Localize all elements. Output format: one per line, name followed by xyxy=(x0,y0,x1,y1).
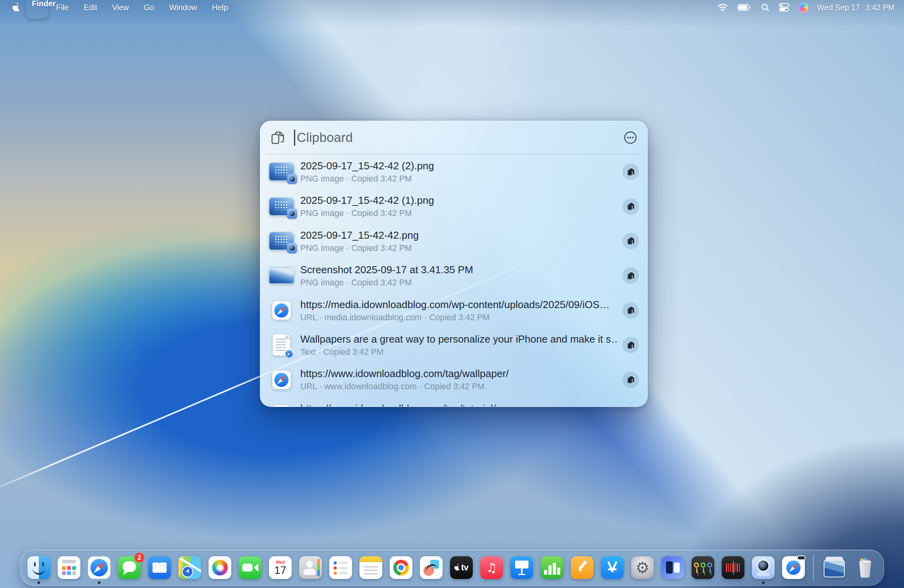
copy-button[interactable] xyxy=(623,233,639,249)
screenshot-thumbnail-icon xyxy=(269,232,294,250)
clipboard-item-url-media[interactable]: https://media.idownloadblog.com/wp-conte… xyxy=(260,293,647,328)
menu-item-edit[interactable]: Edit xyxy=(76,0,104,15)
dock-safari-web-app-icon[interactable] xyxy=(782,556,805,579)
dock-contacts-icon[interactable] xyxy=(299,556,322,579)
dock-mail-icon[interactable] xyxy=(148,556,171,579)
copy-button[interactable] xyxy=(623,267,639,284)
dock-app-store-icon[interactable] xyxy=(601,556,624,579)
clipboard-item-text[interactable]: Wallpapers are a great way to personaliz… xyxy=(260,328,647,362)
menubar-date[interactable]: Wed Sep 17 xyxy=(817,3,860,12)
clipboard-copy-icon xyxy=(270,130,285,145)
copy-button[interactable] xyxy=(623,337,639,353)
copy-button[interactable] xyxy=(623,406,639,407)
menu-bar-left: Finder File Edit View Go Window Help xyxy=(9,0,236,19)
dock-reminders-icon[interactable] xyxy=(329,556,352,579)
item-subtitle: URL · www.idownloadblog.com · Copied 3:4… xyxy=(300,381,617,392)
dock-apps-launcher-icon[interactable] xyxy=(58,556,80,579)
copy-button[interactable] xyxy=(623,372,639,388)
dock-notes-icon[interactable] xyxy=(359,556,382,579)
clipboard-item-png-2[interactable]: 2025-09-17_15-42-42 (2).png PNG image · … xyxy=(260,154,647,189)
dock-apple-tv-icon[interactable]: tv xyxy=(450,556,473,579)
dock-keynote-icon[interactable] xyxy=(510,556,533,579)
dock-iphone-mirroring-icon[interactable] xyxy=(661,556,684,579)
stack-front-thumbnail xyxy=(824,560,845,577)
item-title: 2025-09-17_15-42-42 (2).png xyxy=(300,160,617,172)
dock-clipboard-utility-icon[interactable] xyxy=(752,556,775,579)
app-store-crossbar xyxy=(608,568,617,570)
dock-separator xyxy=(813,555,814,580)
clipboard-item-png-1[interactable]: 2025-09-17_15-42-42 (1).png PNG image · … xyxy=(260,189,647,223)
apple-menu-icon[interactable] xyxy=(13,2,20,12)
safari-icon xyxy=(272,370,291,389)
dock-messages-icon[interactable]: 2 xyxy=(118,556,141,579)
menu-item-view[interactable]: View xyxy=(105,0,136,15)
item-text: 2025-09-17_15-42-42.png PNG image · Copi… xyxy=(299,224,618,253)
copy-button[interactable] xyxy=(623,198,639,215)
screenshot-thumbnail-icon xyxy=(269,198,294,216)
item-title: Screenshot 2025-09-17 at 3.41.35 PM xyxy=(300,263,617,276)
copy-button[interactable] xyxy=(623,302,639,319)
control-center-icon[interactable] xyxy=(779,3,789,12)
text-document-icon xyxy=(273,334,290,356)
clipboard-history-list: 2025-09-17_15-42-42 (2).png PNG image · … xyxy=(260,154,647,407)
item-title: https://media.idownloadblog.com/wp-conte… xyxy=(300,298,617,311)
clipboard-item-url-tutorial[interactable]: https://www.idownloadblog.com/tag/tutori… xyxy=(260,397,647,407)
capture-app-badge-icon xyxy=(287,174,297,184)
spotlight-search-icon[interactable] xyxy=(761,3,770,12)
dock-system-settings-icon[interactable] xyxy=(631,556,654,579)
menubar-clock[interactable]: 3:42 PM xyxy=(866,3,895,12)
dock-voice-memos-icon[interactable] xyxy=(722,556,744,579)
item-text: https://media.idownloadblog.com/wp-conte… xyxy=(299,293,618,323)
dock-safari-icon[interactable] xyxy=(88,556,111,579)
siri-apple-intelligence-icon[interactable] xyxy=(799,3,808,13)
dock-photos-icon[interactable] xyxy=(209,556,231,579)
capture-app-badge-icon xyxy=(287,209,297,219)
safari-icon xyxy=(272,405,291,407)
item-title: https://www.idownloadblog.com/tag/tutori… xyxy=(300,402,617,407)
dock-freeform-icon[interactable] xyxy=(420,556,443,579)
item-subtitle: PNG image · Copied 3:42 PM xyxy=(300,243,617,253)
copy-button[interactable] xyxy=(623,163,639,180)
menu-bar-status: Wed Sep 17 3:42 PM xyxy=(708,3,895,13)
finder-face xyxy=(27,556,50,579)
search-placeholder: Clipboard xyxy=(297,130,353,145)
apple-tv-label: tv xyxy=(461,563,468,573)
more-options-button[interactable] xyxy=(624,131,637,144)
item-subtitle: PNG image · Copied 3:42 PM xyxy=(300,208,617,218)
clipboard-item-png-0[interactable]: 2025-09-17_15-42-42.png PNG image · Copi… xyxy=(260,224,647,258)
safari-icon xyxy=(272,301,291,320)
running-indicator xyxy=(98,581,101,584)
dock-pages-icon[interactable] xyxy=(571,556,594,579)
menu-bar: Finder File Edit View Go Window Help xyxy=(0,0,904,15)
screenshot-thumbnail-icon xyxy=(269,163,294,181)
dock-downloads-stack-icon[interactable] xyxy=(822,556,846,579)
key-yellow xyxy=(694,563,699,568)
menu-item-finder[interactable]: Finder xyxy=(26,0,49,19)
dock: 2 Wed 17 tv xyxy=(20,550,884,586)
desktop: Finder File Edit View Go Window Help xyxy=(0,0,904,588)
item-text: https://www.idownloadblog.com/tag/tutori… xyxy=(299,397,618,407)
dock-passwords-icon[interactable] xyxy=(692,556,714,579)
menu-item-go[interactable]: Go xyxy=(136,0,162,15)
dock-chrome-icon[interactable] xyxy=(390,556,412,579)
capture-app-badge-icon xyxy=(287,243,297,253)
key-green xyxy=(701,563,706,568)
web-app-badge xyxy=(797,555,806,560)
clipboard-search-field[interactable]: Clipboard xyxy=(260,121,647,154)
dock-music-icon[interactable] xyxy=(480,556,503,579)
clipboard-item-screenshot[interactable]: Screenshot 2025-09-17 at 3.41.35 PM PNG … xyxy=(260,258,647,293)
dock-maps-icon[interactable] xyxy=(178,556,201,579)
dock-trash-icon[interactable] xyxy=(854,556,877,579)
wifi-icon[interactable] xyxy=(717,3,728,12)
menu-item-help[interactable]: Help xyxy=(205,0,236,15)
menu-item-window[interactable]: Window xyxy=(162,0,204,15)
dock-numbers-icon[interactable] xyxy=(541,556,563,579)
image-thumbnail-icon xyxy=(269,267,294,284)
clipboard-item-url-wallpaper[interactable]: https://www.idownloadblog.com/tag/wallpa… xyxy=(260,362,647,397)
dock-calendar-icon[interactable]: Wed 17 xyxy=(269,556,292,579)
item-text: 2025-09-17_15-42-42 (1).png PNG image · … xyxy=(299,189,618,218)
dock-finder-icon[interactable] xyxy=(27,556,50,579)
dock-facetime-icon[interactable] xyxy=(239,556,261,579)
battery-icon[interactable] xyxy=(737,4,752,11)
item-subtitle: PNG image · Copied 3:42 PM xyxy=(300,278,617,288)
